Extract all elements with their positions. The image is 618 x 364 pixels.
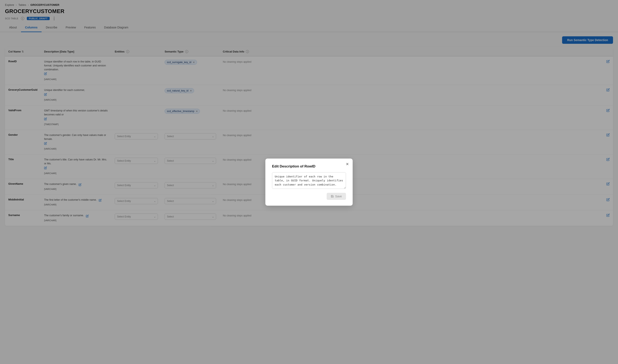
modal-save-label: Save [335,195,342,198]
modal-title: Edit Description of RowID [272,164,346,169]
modal-overlay[interactable]: Edit Description of RowID ✕ Save [0,0,618,364]
modal-textarea[interactable] [272,172,346,189]
modal-close-button[interactable]: ✕ [346,162,349,167]
modal-footer: Save [272,193,346,200]
edit-description-modal: Edit Description of RowID ✕ Save [265,158,353,206]
modal-save-button[interactable]: Save [327,193,346,200]
page-wrapper: Explore › Tables › GROCERYCUSTOMER GROCE… [0,0,618,364]
